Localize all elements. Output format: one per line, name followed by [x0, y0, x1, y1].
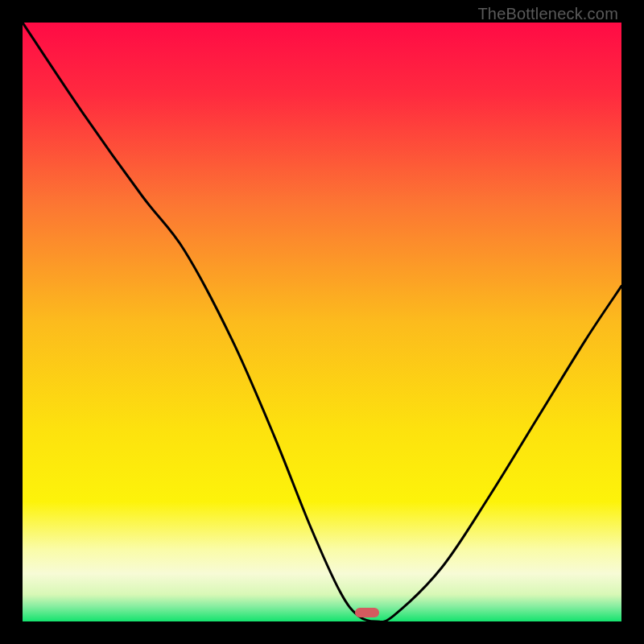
attribution-text: TheBottleneck.com: [477, 5, 618, 23]
optimum-marker: [355, 608, 379, 617]
chart-frame: TheBottleneck.com: [0, 0, 644, 644]
plot-area: [23, 23, 621, 621]
bottleneck-curve: [23, 23, 621, 621]
